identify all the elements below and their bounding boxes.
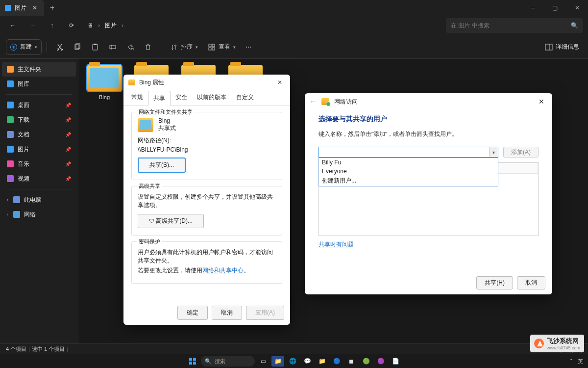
sort-label: 排序 (181, 43, 193, 51)
dropdown-option[interactable]: 创建新用户... (319, 176, 498, 186)
separator (6, 94, 72, 95)
chevron-right-icon: › (122, 22, 123, 29)
dropdown-option[interactable]: Billy Fu (319, 158, 498, 167)
sidebar-item-music[interactable]: 音乐📌 (2, 157, 76, 171)
search-box[interactable]: 🔍 (446, 18, 583, 33)
add-button[interactable]: 添加(A) (503, 147, 539, 158)
group-advanced-sharing: 高级共享 设置自定义权限，创建多个共享，并设置其他高级共享选项。 🛡 高级共享(… (131, 186, 282, 236)
up-button[interactable]: ↑ (44, 18, 60, 33)
svg-rect-13 (193, 358, 196, 361)
user-input[interactable] (318, 147, 498, 158)
desktop-icon (7, 102, 14, 108)
tab-security[interactable]: 安全 (171, 90, 192, 105)
nav-row: ← → ↑ ⟳ 🖥 › 图片 › 🔍 (0, 16, 588, 35)
sidebar-item-gallery[interactable]: 图库 (2, 77, 76, 91)
sidebar-label: 音乐 (18, 160, 29, 168)
sidebar-item-home[interactable]: 主文件夹 (2, 62, 76, 77)
sidebar-item-downloads[interactable]: 下载📌 (2, 112, 76, 127)
tab-share[interactable]: 共享 (148, 91, 171, 106)
search-icon: 🔍 (571, 22, 578, 29)
taskbar-app[interactable]: 🌐 (286, 356, 299, 367)
task-view-button[interactable]: ▭ (257, 356, 270, 367)
sidebar-item-thispc[interactable]: ›此电脑 (2, 192, 76, 207)
new-label: 新建 (20, 43, 32, 51)
btn-label: 高级共享(D)... (156, 217, 193, 224)
forward-button[interactable]: → (24, 18, 40, 33)
cancel-button[interactable]: 取消 (212, 306, 242, 320)
share-button[interactable]: 共享(H) (476, 276, 513, 289)
paste-button[interactable] (87, 39, 103, 55)
tab-custom[interactable]: 自定义 (231, 90, 259, 105)
dropdown-option[interactable]: Everyone (319, 167, 498, 176)
tab-close-icon[interactable]: ✕ (30, 4, 39, 11)
details-icon (545, 43, 553, 51)
taskbar-app[interactable]: 📁 (316, 356, 328, 367)
watermark: 飞沙系统网 www.fs0745.com (530, 335, 584, 352)
dialog-titlebar[interactable]: Bing 属性 ✕ (123, 75, 290, 90)
tab-general[interactable]: 常规 (126, 90, 148, 105)
start-button[interactable] (186, 356, 199, 367)
dialog-footer: 确定 取消 应用(A) (123, 301, 290, 325)
copy-button[interactable] (70, 39, 85, 55)
sidebar-item-desktop[interactable]: 桌面📌 (2, 98, 76, 112)
minimize-button[interactable]: ─ (522, 0, 544, 16)
back-button[interactable]: ← (5, 18, 21, 33)
share-button[interactable] (122, 39, 138, 55)
sidebar-item-pictures[interactable]: 图片📌 (2, 142, 76, 157)
dialog-title: Bing 属性 (139, 79, 164, 87)
pc-icon (13, 196, 20, 203)
music-icon (7, 160, 14, 167)
folder-bing[interactable]: Bing (85, 65, 123, 100)
advanced-share-button[interactable]: 🛡 高级共享(D)... (138, 214, 204, 228)
user-combobox[interactable]: ▾ Billy Fu Everyone 创建新用户... (318, 147, 498, 158)
share-button[interactable]: 共享(S)... (138, 158, 186, 173)
taskbar-app[interactable]: 🟢 (360, 356, 372, 367)
back-icon[interactable]: ← (310, 98, 317, 105)
breadcrumb[interactable]: 🖥 › 图片 › (83, 22, 442, 30)
trouble-sharing-link[interactable]: 共享时有问题 (318, 241, 354, 248)
rename-button[interactable] (105, 39, 121, 55)
language-indicator[interactable]: 英 (578, 358, 583, 365)
more-button[interactable]: ⋯ (242, 39, 255, 55)
close-icon[interactable]: ✕ (274, 78, 285, 87)
tray-chevron-icon[interactable]: ˄ (570, 358, 573, 365)
taskbar-search[interactable]: 🔍搜索 (201, 356, 255, 367)
taskbar-app[interactable]: 📁 (271, 356, 284, 367)
maximize-button[interactable]: ▢ (544, 0, 566, 16)
tab-previous[interactable]: 以前的版本 (192, 90, 231, 105)
taskbar-app[interactable]: 📄 (389, 356, 402, 367)
delete-button[interactable] (140, 39, 156, 55)
close-icon[interactable]: ✕ (536, 97, 547, 106)
sort-button[interactable]: 排序 ▾ (166, 39, 202, 55)
new-button[interactable]: 新建 ▾ (6, 39, 42, 55)
cut-button[interactable] (52, 39, 68, 55)
breadcrumb-item[interactable]: 图片 (105, 22, 117, 30)
new-tab-button[interactable]: + (44, 3, 60, 12)
svg-rect-5 (94, 44, 97, 45)
network-center-link[interactable]: 网络和共享中心 (202, 267, 244, 274)
close-button[interactable]: ✕ (566, 0, 588, 16)
dropdown-button[interactable]: ▾ (489, 147, 498, 157)
ok-button[interactable]: 确定 (177, 306, 208, 320)
svg-rect-11 (545, 44, 552, 50)
details-pane-button[interactable]: 详细信息 (542, 43, 582, 51)
view-button[interactable]: 查看 ▾ (204, 39, 240, 55)
taskbar-app[interactable]: 🔵 (330, 356, 343, 367)
search-input[interactable] (451, 22, 568, 29)
cancel-button[interactable]: 取消 (517, 276, 545, 289)
refresh-button[interactable]: ⟳ (64, 18, 79, 33)
watermark-logo-icon (534, 339, 544, 348)
apply-button[interactable]: 应用(A) (246, 306, 284, 320)
folder-icon (87, 65, 122, 91)
taskbar-app[interactable]: ◼ (345, 356, 358, 367)
sidebar-item-network[interactable]: ›网络 (2, 207, 76, 222)
plus-circle-icon (10, 44, 17, 51)
shield-icon: 🛡 (149, 218, 154, 224)
sidebar-item-documents[interactable]: 文档📌 (2, 127, 76, 142)
pw-line2b: 。 (244, 267, 249, 274)
taskbar-app[interactable]: 💬 (301, 356, 314, 367)
taskbar-app[interactable]: 🟣 (374, 356, 387, 367)
dialog-tabs: 常规 共享 安全 以前的版本 自定义 (123, 90, 290, 106)
sidebar-item-videos[interactable]: 视频📌 (2, 171, 76, 186)
tab-pictures[interactable]: 图片 ✕ (0, 0, 44, 16)
